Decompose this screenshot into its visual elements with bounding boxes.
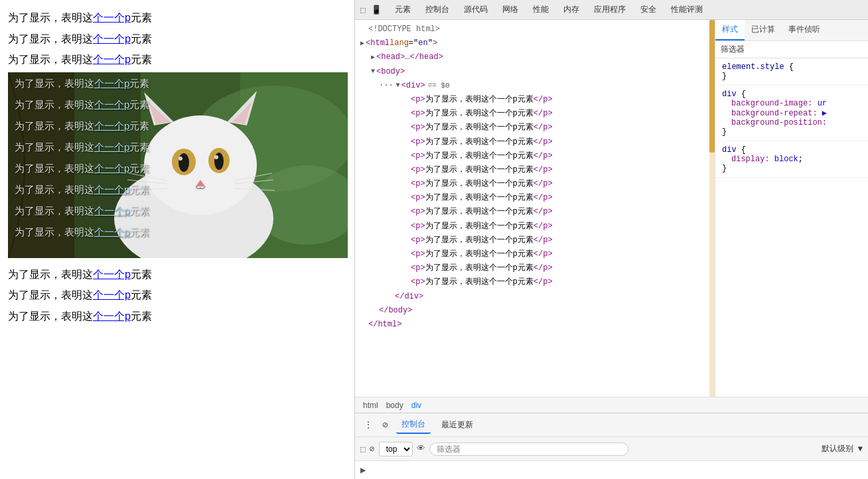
- tab-sources[interactable]: 源代码: [457, 1, 494, 18]
- html-line-p8[interactable]: <p>为了显示，表明这个一个p元素</p>: [355, 191, 715, 205]
- page-text-2: 为了显示，表明这个一个p元素: [8, 31, 346, 48]
- html-line-p11[interactable]: <p>为了显示，表明这个一个p元素</p>: [355, 234, 715, 247]
- frame-select[interactable]: top: [379, 442, 413, 456]
- html-panel[interactable]: <!DOCTYPE html> <html lang="en"> <head>……: [355, 20, 715, 397]
- html-line-html-close[interactable]: </html>: [355, 318, 715, 332]
- css-prop-bg-position: background-position:: [722, 118, 861, 127]
- console-prompt-line: ▶: [355, 460, 868, 479]
- css-prop-bg-image: background-image: ur: [722, 99, 861, 108]
- html-line-p3[interactable]: <p>为了显示，表明这个一个p元素</p>: [355, 121, 715, 135]
- filter-label: 筛选器: [721, 44, 745, 54]
- tab-event-listeners[interactable]: 事件侦听: [782, 20, 827, 40]
- css-prop-display: display: block;: [722, 155, 861, 164]
- devtools-panel: ⬚ 📱 元素 控制台 源代码 网络 性能 内存 应用程序 安全 性能评测 <!D…: [354, 0, 868, 479]
- html-line-p7[interactable]: <p>为了显示，表明这个一个p元素</p>: [355, 177, 715, 191]
- styles-tab-bar: 样式 已计算 事件侦听: [715, 20, 868, 41]
- tab-network[interactable]: 网络: [496, 1, 525, 18]
- devtools-main-area: <!DOCTYPE html> <html lang="en"> <head>……: [355, 20, 868, 397]
- page-text-1: 为了显示，表明这个一个p元素: [8, 9, 346, 27]
- page-text-after-1: 为了显示，表明这个一个p元素: [8, 266, 346, 283]
- css-selector-div-2: div {: [722, 145, 861, 155]
- dots-icon: ···: [379, 80, 394, 92]
- svg-rect-24: [8, 72, 74, 258]
- tab-security[interactable]: 安全: [634, 1, 663, 18]
- page-text-after-3: 为了显示，表明这个一个p元素: [8, 308, 346, 325]
- breadcrumb-div[interactable]: div: [409, 399, 424, 411]
- console-bar: ⋮ ⊘ 控制台 最近更新: [355, 413, 868, 437]
- cat-image: [8, 72, 348, 258]
- console-icon-group: ⋮ ⊘: [360, 417, 391, 433]
- css-rule-div-2: div { display: block; }: [715, 141, 868, 178]
- eye-icon[interactable]: 👁: [417, 444, 425, 454]
- html-line-div-close[interactable]: </div>: [355, 290, 715, 304]
- console-tab-recent[interactable]: 最近更新: [436, 417, 478, 433]
- doctype-text: <!DOCTYPE html>: [368, 23, 440, 36]
- devtools-cursor-icon[interactable]: ⬚: [360, 444, 366, 454]
- styles-panel: 样式 已计算 事件侦听 筛选器 element.style { } div {: [715, 20, 868, 397]
- html-line-p2[interactable]: <p>为了显示，表明这个一个p元素</p>: [355, 107, 715, 121]
- html-line-html[interactable]: <html lang="en">: [355, 36, 715, 50]
- html-line-p10[interactable]: <p>为了显示，表明这个一个p元素</p>: [355, 220, 715, 234]
- expand-body[interactable]: [371, 66, 375, 77]
- svg-point-6: [144, 115, 257, 215]
- html-line-p4[interactable]: <p>为了显示，表明这个一个p元素</p>: [355, 135, 715, 149]
- html-line-body-close[interactable]: </body>: [355, 304, 715, 318]
- breadcrumb-html[interactable]: html: [360, 399, 381, 411]
- html-line-body[interactable]: <body>: [355, 65, 715, 79]
- css-selector-element: element.style {: [722, 62, 861, 72]
- expand-head[interactable]: [371, 52, 375, 63]
- html-line-p5[interactable]: <p>为了显示，表明这个一个p元素</p>: [355, 149, 715, 163]
- cat-image-container: 为了显示，表明这个一个p元素 为了显示，表明这个一个p元素 为了显示，表明这个一…: [8, 72, 348, 258]
- filter-bar: 筛选器: [715, 41, 868, 58]
- html-line-p14[interactable]: <p>为了显示，表明这个一个p元素</p>: [355, 275, 715, 289]
- stop-icon[interactable]: ⊘: [370, 444, 375, 454]
- tab-console[interactable]: 控制台: [419, 1, 456, 18]
- page-text-3: 为了显示，表明这个一个p元素: [8, 51, 346, 68]
- tab-elements[interactable]: 元素: [388, 1, 417, 18]
- html-line-p12[interactable]: <p>为了显示，表明这个一个p元素</p>: [355, 247, 715, 261]
- tab-memory[interactable]: 内存: [557, 1, 586, 18]
- css-brace-close-1: }: [722, 72, 861, 81]
- dollar-marker: == $0: [428, 80, 450, 92]
- block-icon[interactable]: ⊘: [379, 417, 391, 433]
- tab-styles[interactable]: 样式: [715, 20, 745, 40]
- css-rule-div-1: div { background-image: ur background-re…: [715, 86, 868, 141]
- css-rule-element-style: element.style { }: [715, 58, 868, 86]
- tab-computed[interactable]: 已计算: [745, 20, 782, 40]
- console-tab-console[interactable]: 控制台: [396, 416, 431, 434]
- breadcrumb-bar: html body div: [355, 397, 868, 413]
- html-line-doctype[interactable]: <!DOCTYPE html>: [355, 23, 715, 36]
- html-line-p13[interactable]: <p>为了显示，表明这个一个p元素</p>: [355, 261, 715, 275]
- svg-point-13: [179, 153, 189, 172]
- html-line-p9[interactable]: <p>为了显示，表明这个一个p元素</p>: [355, 205, 715, 219]
- tab-application[interactable]: 应用程序: [587, 1, 632, 18]
- css-selector-div-1: div {: [722, 90, 861, 99]
- page-text-after-2: 为了显示，表明这个一个p元素: [8, 287, 346, 304]
- svg-point-15: [179, 157, 182, 161]
- tab-perf-insights[interactable]: 性能评测: [664, 1, 709, 18]
- devtools-tab-bar: ⬚ 📱 元素 控制台 源代码 网络 性能 内存 应用程序 安全 性能评测: [355, 0, 868, 20]
- html-line-p1[interactable]: <p>为了显示，表明这个一个p元素</p>: [355, 93, 715, 107]
- expand-html[interactable]: [360, 38, 364, 49]
- breadcrumb-body[interactable]: body: [384, 399, 406, 411]
- html-line-dots[interactable]: ··· <div> == $0: [355, 79, 715, 93]
- css-prop-bg-repeat: background-repeat: ▶: [722, 108, 861, 118]
- settings-icon[interactable]: ⋮: [360, 417, 376, 433]
- svg-point-14: [214, 153, 224, 170]
- console-controls: ⬚ ⊘ top 👁 默认级别 ▼: [355, 437, 868, 460]
- device-icon[interactable]: 📱: [368, 3, 384, 17]
- tab-performance[interactable]: 性能: [526, 1, 555, 18]
- webpage-content: 为了显示，表明这个一个p元素 为了显示，表明这个一个p元素 为了显示，表明这个一…: [0, 0, 354, 479]
- expand-div[interactable]: [396, 80, 400, 91]
- cursor-icon[interactable]: ⬚: [358, 3, 368, 17]
- console-filter-input[interactable]: [429, 443, 628, 456]
- default-level-select[interactable]: 默认级别 ▼: [822, 443, 863, 454]
- prompt-arrow-icon: ▶: [360, 464, 366, 476]
- devtools-icon-group: ⬚ 📱: [358, 3, 384, 17]
- css-brace-close-3: }: [722, 164, 861, 173]
- html-line-head[interactable]: <head>…</head>: [355, 50, 715, 64]
- css-brace-close-2: }: [722, 127, 861, 137]
- html-line-p6[interactable]: <p>为了显示，表明这个一个p元素</p>: [355, 163, 715, 177]
- svg-point-16: [214, 155, 218, 159]
